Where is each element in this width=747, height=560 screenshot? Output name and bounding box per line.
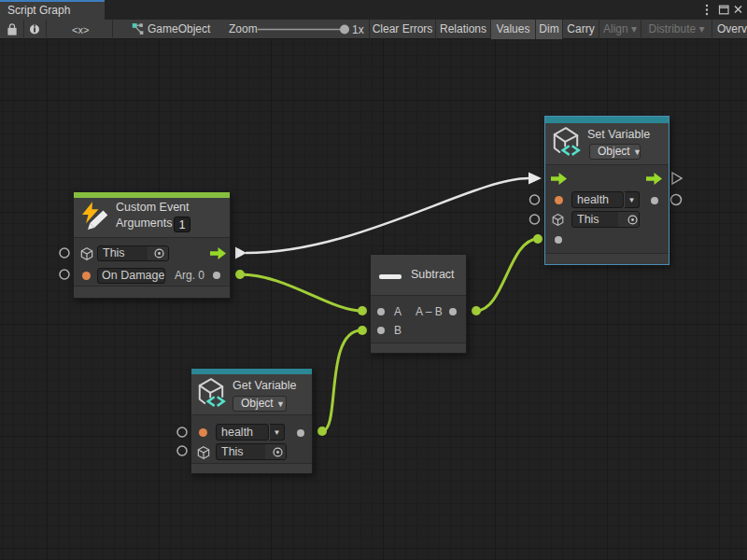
svg-text:<x>: <x> — [72, 24, 89, 35]
svg-text:1x: 1x — [352, 23, 364, 36]
